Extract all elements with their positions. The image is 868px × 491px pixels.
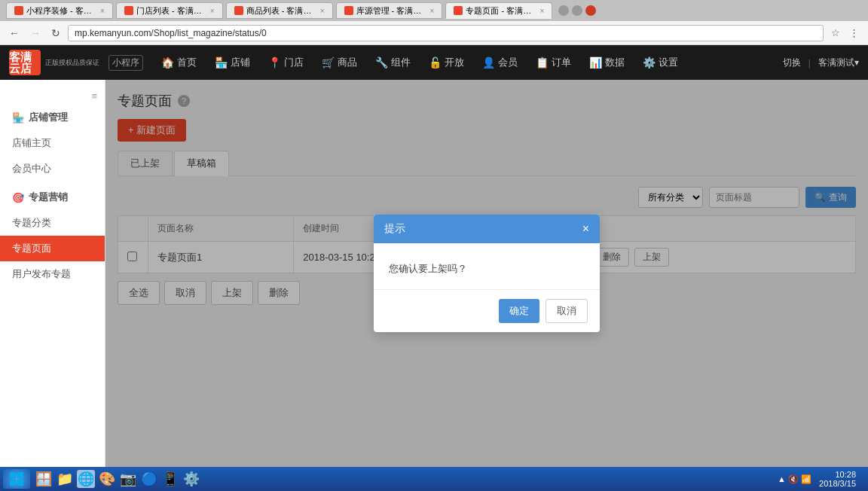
tab-icon-1 (14, 6, 23, 15)
bookmark-icon[interactable]: ☆ (828, 26, 843, 40)
app-nav: 🏠首页 🏪店铺 📍门店 🛒商品 🔧组件 🔓开放 👤会员 📋订单 📊数据 ⚙️设置 (152, 45, 783, 80)
nav-shop[interactable]: 🏪店铺 (206, 45, 259, 80)
browser-tab-3[interactable]: 商品列表 - 客满云店 × (226, 2, 333, 19)
sidebar-item-storepage[interactable]: 店铺主页 (0, 130, 105, 156)
tab-close-1[interactable]: × (100, 7, 105, 15)
modal-header: 提示 × (374, 215, 600, 243)
tab-close-5[interactable]: × (539, 7, 544, 15)
open-icon: 🔓 (429, 56, 442, 69)
data-icon: 📊 (589, 56, 602, 69)
tab-close-4[interactable]: × (430, 7, 435, 15)
sidebar-group-store: 🏪 店铺管理 店铺主页 会员中心 (0, 105, 105, 181)
sidebar-group-store-title: 🏪 店铺管理 (0, 105, 105, 130)
home-icon: 🏠 (161, 56, 174, 69)
tab-label-2: 门店列表 - 客满云店 (136, 5, 204, 17)
browser-tab-4[interactable]: 库源管理 - 客满云店 × (336, 2, 443, 19)
tab-close-2[interactable]: × (210, 7, 215, 15)
forward-button[interactable]: → (27, 26, 44, 41)
sidebar-group-topic-title: 🎯 专题营销 (0, 185, 105, 210)
modal-body-text: 您确认要上架吗？ (389, 263, 467, 274)
svg-rect-3 (17, 480, 23, 486)
nav-component[interactable]: 🔧组件 (366, 45, 420, 80)
sidebar-item-topic-user[interactable]: 用户发布专题 (0, 261, 105, 287)
tab-icon-4 (344, 6, 353, 15)
tab-label-5: 专题页面 - 客满云店 (466, 5, 533, 17)
taskbar-icon-7[interactable]: 📱 (161, 470, 179, 488)
windows-logo-icon (9, 471, 24, 486)
tab-close-3[interactable]: × (320, 7, 325, 15)
tab-icon-5 (454, 6, 463, 15)
mini-label: 小程序 (108, 55, 143, 71)
tab-icon-2 (124, 6, 133, 15)
shop-icon: 🏪 (215, 56, 228, 69)
taskbar: 🪟 📁 🌐 🎨 📷 🔵 📱 ⚙️ ▲ 🔇 📶 10:28 2018/3/15 (0, 467, 868, 491)
taskbar-icon-5[interactable]: 📷 (119, 470, 137, 488)
taskbar-icon-8[interactable]: ⚙️ (182, 470, 200, 488)
store-icon: 📍 (268, 56, 281, 69)
nav-settings[interactable]: ⚙️设置 (634, 45, 687, 80)
app-header: 客满云店 正版授权品质保证 小程序 🏠首页 🏪店铺 📍门店 🛒商品 🔧组件 🔓开… (0, 45, 868, 80)
nav-data[interactable]: 📊数据 (580, 45, 634, 80)
content-area: 专题页面 ? + 新建页面 已上架 草稿箱 所有分类 🔍 查询 (105, 80, 868, 467)
modal-body: 您确认要上架吗？ (374, 243, 600, 289)
settings-icon: ⚙️ (643, 56, 656, 69)
modal-footer: 确定 取消 (374, 289, 600, 332)
member-icon: 👤 (482, 56, 495, 69)
start-button[interactable] (3, 469, 30, 489)
tab-label-3: 商品列表 - 客满云店 (246, 5, 314, 17)
taskbar-icon-1[interactable]: 🪟 (35, 470, 53, 488)
tab-icon-3 (234, 6, 243, 15)
header-right: 切换 | 客满测试▾ (783, 56, 859, 69)
goods-icon: 🛒 (322, 56, 335, 69)
nav-order[interactable]: 📋订单 (527, 45, 580, 80)
switch-button[interactable]: 切换 (783, 56, 801, 69)
tray-icons: ▲ 🔇 📶 (778, 474, 811, 484)
sidebar-item-member[interactable]: 会员中心 (0, 156, 105, 181)
taskbar-icon-4[interactable]: 🎨 (98, 470, 116, 488)
svg-rect-1 (17, 472, 23, 478)
sidebar-group-topic: 🎯 专题营销 专题分类 专题页面 用户发布专题 (0, 185, 105, 287)
store-group-icon: 🏪 (12, 112, 24, 124)
browser-tab-5[interactable]: 专题页面 - 客满云店 × (445, 2, 552, 19)
modal-title: 提示 (384, 222, 405, 236)
sidebar-item-topic-category[interactable]: 专题分类 (0, 210, 105, 236)
back-button[interactable]: ← (6, 26, 23, 41)
taskbar-tray: ▲ 🔇 📶 10:28 2018/3/15 (778, 470, 865, 488)
svg-rect-2 (10, 480, 16, 486)
modal-dialog: 提示 × 您确认要上架吗？ 确定 取消 (374, 215, 600, 332)
browser-tab-2[interactable]: 门店列表 - 客满云店 × (116, 2, 223, 19)
tab-label-4: 库源管理 - 客满云店 (356, 5, 424, 17)
nav-member[interactable]: 👤会员 (473, 45, 527, 80)
modal-confirm-button[interactable]: 确定 (499, 299, 539, 323)
nav-goods[interactable]: 🛒商品 (313, 45, 366, 80)
topic-group-icon: 🎯 (12, 192, 24, 203)
modal-overlay: 提示 × 您确认要上架吗？ 确定 取消 (105, 80, 868, 467)
logo-main: 客满云店 (9, 51, 41, 74)
taskbar-clock: 10:28 2018/3/15 (813, 470, 862, 488)
sidebar-toggle[interactable]: ≡ (0, 87, 105, 105)
taskbar-icon-6[interactable]: 🔵 (140, 470, 158, 488)
nav-store[interactable]: 📍门店 (259, 45, 313, 80)
sidebar-item-topic-page[interactable]: 专题页面 (0, 236, 105, 261)
sidebar: ≡ 🏪 店铺管理 店铺主页 会员中心 🎯 专题营销 专题分类 专题页面 用户发布… (0, 80, 105, 467)
user-name[interactable]: 客满测试▾ (818, 56, 859, 69)
browser-toolbar: ← → ↻ ☆ ⋮ (0, 21, 868, 45)
address-bar[interactable] (68, 25, 824, 41)
refresh-button[interactable]: ↻ (48, 26, 63, 41)
browser-titlebar: 小程序装修 - 客满云店 × 门店列表 - 客满云店 × 商品列表 - 客满云店… (0, 0, 868, 21)
tab-label-1: 小程序装修 - 客满云店 (26, 5, 94, 17)
taskbar-icon-2[interactable]: 📁 (56, 470, 74, 488)
logo-box: 客满云店 (9, 50, 41, 75)
component-icon: 🔧 (375, 56, 388, 69)
modal-close-button[interactable]: × (582, 222, 589, 236)
menu-icon[interactable]: ⋮ (846, 26, 862, 40)
header-divider: | (808, 57, 811, 69)
taskbar-icon-3[interactable]: 🌐 (77, 470, 95, 488)
nav-open[interactable]: 🔓开放 (420, 45, 473, 80)
order-icon: 📋 (536, 56, 549, 69)
browser-tab-1[interactable]: 小程序装修 - 客满云店 × (6, 2, 113, 19)
svg-rect-0 (10, 472, 16, 478)
main-layout: ≡ 🏪 店铺管理 店铺主页 会员中心 🎯 专题营销 专题分类 专题页面 用户发布… (0, 80, 868, 467)
modal-cancel-button[interactable]: 取消 (546, 299, 588, 323)
nav-home[interactable]: 🏠首页 (152, 45, 206, 80)
